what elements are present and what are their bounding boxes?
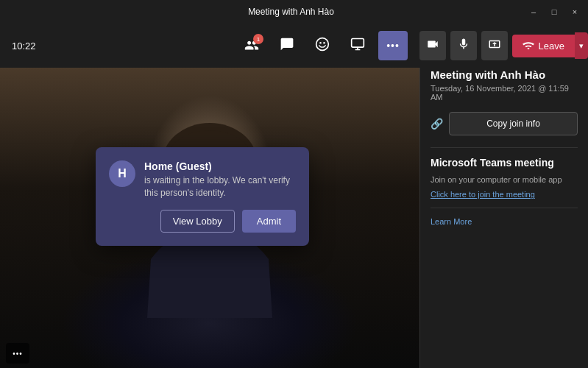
maximize-button[interactable]: □	[550, 7, 559, 16]
camera-icon	[426, 38, 439, 54]
lobby-header: H Home (Guest) is waiting in the lobby. …	[109, 160, 296, 199]
lobby-message: is waiting in the lobby. We can't verify…	[144, 174, 296, 199]
leave-button[interactable]: Leave	[512, 35, 575, 57]
window-controls: – □ ×	[529, 7, 579, 16]
chat-icon	[280, 37, 294, 55]
time-display: 10:22	[12, 40, 36, 52]
panel-divider	[431, 147, 578, 148]
join-instructions: Join on your computer or mobile app	[431, 174, 578, 185]
video-more-button[interactable]: •••	[6, 343, 29, 364]
more-dots-icon: •••	[13, 350, 23, 358]
leave-button-group: Leave ▾	[512, 32, 588, 59]
teams-heading: Microsoft Teams meeting	[431, 157, 578, 169]
share-tray-icon	[350, 37, 365, 55]
share-screen-icon	[488, 38, 501, 54]
close-button[interactable]: ×	[570, 7, 579, 16]
link-icon: 🔗	[431, 118, 443, 130]
share-tray-button[interactable]	[343, 31, 372, 60]
admit-button[interactable]: Admit	[242, 210, 296, 233]
view-lobby-button[interactable]: View Lobby	[160, 210, 235, 233]
leave-label: Leave	[539, 40, 564, 52]
svg-rect-3	[352, 38, 364, 47]
share-screen-button[interactable]	[481, 31, 508, 60]
lobby-actions: View Lobby Admit	[109, 210, 296, 233]
chat-button[interactable]	[272, 31, 302, 60]
minimize-button[interactable]: –	[529, 7, 538, 16]
phone-hangup-icon	[523, 40, 534, 52]
camera-button[interactable]	[419, 31, 446, 60]
meeting-date: Tuesday, 16 November, 2021 @ 11:59 AM	[431, 84, 578, 102]
participants-button[interactable]: 1	[237, 31, 266, 60]
main-toolbar: 10:22 1 •••	[0, 24, 419, 68]
leave-dropdown-button[interactable]: ▾	[575, 32, 588, 59]
video-bottom-bar: •••	[0, 339, 419, 368]
copy-join-row: 🔗 Copy join info	[431, 112, 578, 135]
svg-point-1	[319, 42, 322, 44]
copy-join-button[interactable]: Copy join info	[449, 112, 578, 135]
title-bar: Meeting with Anh Hào – □ ×	[0, 0, 588, 24]
guest-name: Home (Guest)	[144, 160, 296, 172]
panel-divider-2	[431, 208, 578, 208]
svg-point-0	[316, 38, 329, 50]
participants-badge: 1	[253, 34, 263, 44]
learn-more-link[interactable]: Learn More	[431, 217, 578, 226]
meeting-title: Meeting with Anh Hào	[431, 68, 578, 81]
meeting-info-panel: Meeting info ✕ Meeting with Anh Hào Tues…	[419, 24, 588, 368]
lobby-dialog: H Home (Guest) is waiting in the lobby. …	[96, 147, 309, 246]
reactions-button[interactable]	[308, 31, 337, 60]
more-button[interactable]: •••	[378, 31, 408, 60]
reactions-icon	[315, 37, 330, 55]
window-title: Meeting with Anh Hào	[53, 7, 529, 17]
svg-point-2	[323, 42, 325, 44]
lobby-info: Home (Guest) is waiting in the lobby. We…	[144, 160, 296, 199]
more-icon: •••	[386, 40, 400, 52]
guest-avatar: H	[109, 160, 135, 187]
join-link[interactable]: Click here to join the meeting	[431, 190, 578, 199]
mic-button[interactable]	[450, 31, 477, 60]
mic-icon	[457, 38, 470, 54]
chevron-down-icon: ▾	[579, 41, 584, 51]
media-toolbar: Leave ▾	[419, 24, 588, 68]
panel-content: Meeting with Anh Hào Tuesday, 16 Novembe…	[420, 58, 588, 236]
